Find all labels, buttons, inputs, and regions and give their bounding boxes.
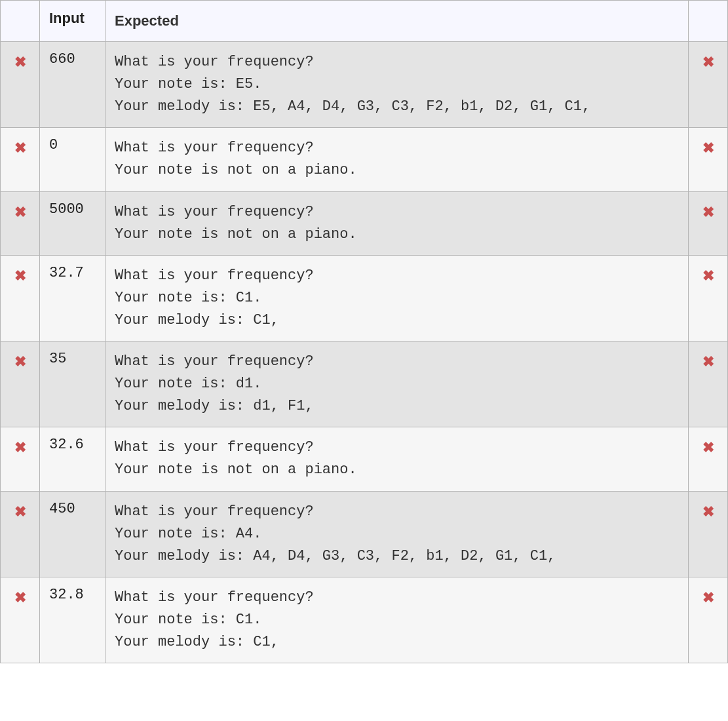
header-expected: Expected [105, 1, 689, 42]
table-row: ✖32.6What is your frequency? Your note i… [1, 427, 728, 491]
status-cell-right: ✖ [689, 341, 728, 427]
status-cell-left: ✖ [1, 341, 40, 427]
table-row: ✖5000What is your frequency? Your note i… [1, 191, 728, 255]
status-cell-left: ✖ [1, 491, 40, 577]
fail-icon: ✖ [14, 205, 26, 220]
status-cell-left: ✖ [1, 255, 40, 341]
status-cell-left: ✖ [1, 128, 40, 191]
fail-icon: ✖ [702, 269, 714, 283]
status-cell-left: ✖ [1, 42, 40, 128]
table-row: ✖32.8What is your frequency? Your note i… [1, 577, 728, 663]
expected-cell: What is your frequency? Your note is not… [105, 427, 689, 491]
input-cell: 32.6 [40, 427, 105, 491]
status-cell-right: ✖ [689, 128, 728, 191]
table-body: ✖660What is your frequency? Your note is… [1, 42, 728, 663]
input-cell: 32.7 [40, 255, 105, 341]
expected-cell: What is your frequency? Your note is: d1… [105, 341, 689, 427]
status-cell-right: ✖ [689, 427, 728, 491]
header-status-left [1, 1, 40, 42]
expected-cell: What is your frequency? Your note is not… [105, 191, 689, 255]
status-cell-left: ✖ [1, 427, 40, 491]
input-cell: 5000 [40, 191, 105, 255]
test-results-table: Input Expected ✖660What is your frequenc… [0, 0, 728, 663]
fail-icon: ✖ [14, 269, 26, 283]
fail-icon: ✖ [14, 591, 26, 605]
table-row: ✖660What is your frequency? Your note is… [1, 42, 728, 128]
expected-cell: What is your frequency? Your note is: E5… [105, 42, 689, 128]
fail-icon: ✖ [702, 55, 714, 69]
expected-cell: What is your frequency? Your note is not… [105, 128, 689, 191]
header-input: Input [40, 1, 105, 42]
fail-icon: ✖ [702, 355, 714, 369]
table-header-row: Input Expected [1, 1, 728, 42]
fail-icon: ✖ [14, 440, 26, 455]
fail-icon: ✖ [702, 591, 714, 605]
status-cell-right: ✖ [689, 491, 728, 577]
input-cell: 0 [40, 128, 105, 191]
status-cell-right: ✖ [689, 42, 728, 128]
table-row: ✖35What is your frequency? Your note is:… [1, 341, 728, 427]
status-cell-left: ✖ [1, 577, 40, 663]
status-cell-right: ✖ [689, 577, 728, 663]
status-cell-right: ✖ [689, 191, 728, 255]
input-cell: 35 [40, 341, 105, 427]
fail-icon: ✖ [14, 141, 26, 155]
expected-cell: What is your frequency? Your note is: C1… [105, 255, 689, 341]
fail-icon: ✖ [702, 205, 714, 220]
input-cell: 32.8 [40, 577, 105, 663]
fail-icon: ✖ [14, 55, 26, 69]
fail-icon: ✖ [14, 355, 26, 369]
status-cell-left: ✖ [1, 191, 40, 255]
header-status-right [689, 1, 728, 42]
input-cell: 450 [40, 491, 105, 577]
table-row: ✖0What is your frequency? Your note is n… [1, 128, 728, 191]
expected-cell: What is your frequency? Your note is: C1… [105, 577, 689, 663]
table-row: ✖32.7What is your frequency? Your note i… [1, 255, 728, 341]
table-row: ✖450What is your frequency? Your note is… [1, 491, 728, 577]
fail-icon: ✖ [702, 505, 714, 519]
fail-icon: ✖ [14, 505, 26, 519]
status-cell-right: ✖ [689, 255, 728, 341]
fail-icon: ✖ [702, 141, 714, 155]
expected-cell: What is your frequency? Your note is: A4… [105, 491, 689, 577]
fail-icon: ✖ [702, 440, 714, 455]
input-cell: 660 [40, 42, 105, 128]
